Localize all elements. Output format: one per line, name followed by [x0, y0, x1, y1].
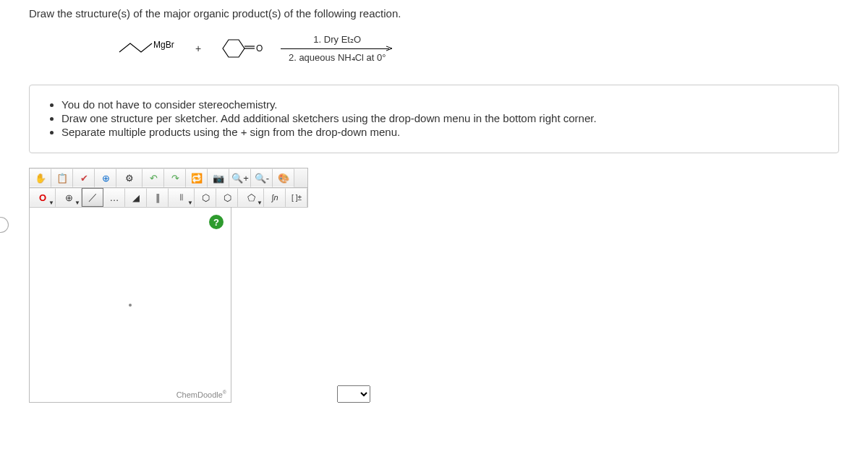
element-picker[interactable]: O▼ — [30, 188, 56, 207]
recessed-bond-tool[interactable]: … — [103, 188, 125, 207]
canvas-start-atom[interactable] — [129, 304, 132, 307]
instructions-box: You do not have to consider stereochemis… — [29, 85, 839, 153]
redo-button[interactable]: ↷ — [164, 168, 186, 187]
condition-1: 1. Dry Et₂O — [313, 34, 361, 45]
help-button[interactable]: ? — [209, 215, 224, 229]
zoom-out-button[interactable]: 🔍- — [251, 168, 273, 187]
oxygen-label: O — [256, 43, 263, 54]
clear-tool[interactable]: ✔ — [73, 168, 95, 187]
center-tool[interactable]: ⊕ — [95, 168, 116, 187]
question-prompt: Draw the structure(s) of the major organ… — [29, 7, 839, 20]
mgbr-label: MgBr — [153, 40, 174, 50]
dropdown-caret-icon: ▼ — [187, 200, 193, 206]
reaction-arrow-line — [281, 48, 389, 49]
triple-bond-tool[interactable]: ⫴▼ — [169, 188, 195, 207]
undo-button[interactable]: ↶ — [142, 168, 164, 187]
sketcher-canvas[interactable]: ? ChemDoodle® — [29, 208, 231, 403]
left-collapse-tab[interactable] — [0, 217, 9, 233]
dropdown-caret-icon: ▼ — [75, 200, 80, 206]
chain-tool[interactable]: ∫n — [264, 188, 286, 207]
charge-picker[interactable]: ⊕▼ — [56, 188, 82, 207]
ring-picker[interactable]: ⬠▼ — [238, 188, 264, 207]
reaction-arrow-tip — [386, 45, 393, 52]
toolbar-row-2: O▼ ⊕▼ ／ … ◢ ∥ ⫴▼ ⬡ ⬡ ⬠▼ ∫n [ ]± — [29, 188, 308, 208]
bracket-tool[interactable]: [ ]± — [286, 188, 307, 207]
svg-marker-0 — [223, 40, 244, 57]
reaction-conditions: 1. Dry Et₂O 2. aqueous NH₄Cl at 0° — [281, 34, 393, 63]
paste-tool[interactable]: 📋 — [51, 168, 73, 187]
add-sketcher-dropdown[interactable] — [337, 385, 370, 403]
cyclohexanone-structure: O — [216, 35, 266, 61]
plus-sign: + — [195, 43, 201, 54]
single-bond-tool[interactable]: ／ — [82, 188, 103, 207]
instruction-item: Draw one structure per sketcher. Add add… — [61, 112, 821, 124]
condition-2: 2. aqueous NH₄Cl at 0° — [289, 52, 386, 63]
toolbar-row-1: ✋ 📋 ✔ ⊕ ⚙ ↶ ↷ 🔁 📷 🔍+ 🔍- 🎨 — [29, 168, 308, 188]
instruction-item: You do not have to consider stereochemis… — [61, 98, 821, 111]
clean-tool[interactable]: ⚙ — [116, 168, 142, 187]
double-bond-tool[interactable]: ∥ — [147, 188, 169, 207]
hand-tool[interactable]: ✋ — [30, 168, 51, 187]
wedge-bond-tool[interactable]: ◢ — [125, 188, 147, 207]
benzene-tool[interactable]: ⬡ — [216, 188, 238, 207]
copy-image-tool[interactable]: 📷 — [208, 168, 229, 187]
settings-button[interactable]: 🎨 — [273, 168, 294, 187]
reaction-equation: MgBr + O 1. Dry Et₂O 2. aqueous NH₄Cl at… — [116, 34, 839, 63]
zoom-in-button[interactable]: 🔍+ — [229, 168, 251, 187]
cyclohexane-tool[interactable]: ⬡ — [195, 188, 216, 207]
dropdown-caret-icon: ▼ — [257, 200, 263, 206]
flip-tool[interactable]: 🔁 — [186, 168, 208, 187]
chemdoodle-sketcher: ✋ 📋 ✔ ⊕ ⚙ ↶ ↷ 🔁 📷 🔍+ 🔍- 🎨 O▼ ⊕▼ ／ … ◢ ∥ … — [29, 168, 308, 403]
propyl-mgbr-structure: MgBr — [116, 38, 181, 59]
dropdown-caret-icon: ▼ — [48, 200, 54, 206]
instruction-item: Separate multiple products using the + s… — [61, 126, 821, 138]
chemdoodle-brand: ChemDoodle® — [176, 390, 226, 399]
